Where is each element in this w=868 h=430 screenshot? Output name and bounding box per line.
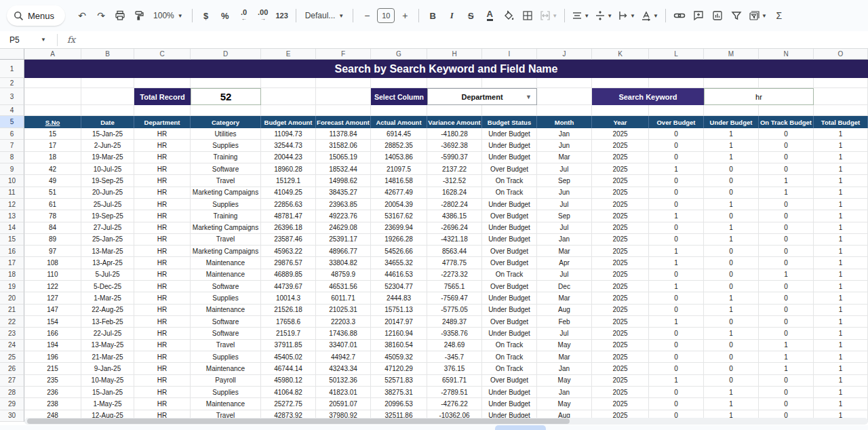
- table-cell[interactable]: 15: [24, 128, 81, 140]
- table-cell[interactable]: 2025: [592, 140, 649, 151]
- table-cell[interactable]: 2025: [592, 316, 649, 328]
- table-cell[interactable]: Aug: [537, 305, 592, 316]
- table-cell[interactable]: Software: [191, 316, 261, 328]
- table-cell[interactable]: Travel: [191, 340, 261, 351]
- column-header-J[interactable]: J: [537, 49, 592, 60]
- table-cell[interactable]: 52304.77: [371, 281, 427, 292]
- table-cell[interactable]: 29876.57: [261, 257, 316, 269]
- table-cell[interactable]: 0: [649, 269, 704, 281]
- table-cell[interactable]: 0: [759, 398, 814, 410]
- table-cell[interactable]: Under Budget: [482, 140, 537, 151]
- table-cell[interactable]: Feb: [537, 316, 592, 328]
- table-cell[interactable]: 1: [814, 328, 868, 339]
- vertical-align-button[interactable]: ▼: [593, 7, 614, 24]
- table-cell[interactable]: 1: [814, 222, 868, 234]
- table-cell[interactable]: 1: [759, 351, 814, 363]
- table-cell[interactable]: 17658.6: [261, 316, 316, 328]
- table-cell[interactable]: Supplies: [191, 292, 261, 304]
- empty-cell[interactable]: [482, 78, 537, 88]
- table-cell[interactable]: HR: [134, 210, 191, 222]
- table-cell[interactable]: 0: [759, 328, 814, 339]
- table-cell[interactable]: Maintenance: [191, 363, 261, 374]
- table-cell[interactable]: Under Budget: [482, 199, 537, 210]
- table-cell[interactable]: 0: [704, 340, 759, 351]
- table-cell[interactable]: 20054.39: [371, 199, 427, 210]
- row-header-6[interactable]: 6: [0, 128, 24, 140]
- table-cell[interactable]: 1: [814, 316, 868, 328]
- row-header-4[interactable]: 4: [0, 105, 24, 116]
- table-cell[interactable]: 0: [759, 257, 814, 269]
- table-cell[interactable]: 49223.76: [316, 210, 371, 222]
- table-cell[interactable]: 22-Aug-25: [81, 305, 134, 316]
- row-header-27[interactable]: 27: [0, 375, 24, 387]
- insert-link-button[interactable]: [671, 7, 688, 24]
- table-cell[interactable]: Training: [191, 210, 261, 222]
- table-cell[interactable]: Supplies: [191, 351, 261, 363]
- total-record-value[interactable]: 52: [191, 88, 261, 105]
- font-size-input[interactable]: 10: [377, 8, 395, 23]
- table-cell[interactable]: HR: [134, 257, 191, 269]
- table-cell[interactable]: 0: [759, 387, 814, 398]
- table-cell[interactable]: Travel: [191, 234, 261, 246]
- table-cell[interactable]: HR: [134, 234, 191, 246]
- empty-cell[interactable]: [649, 78, 704, 88]
- empty-cell[interactable]: [316, 105, 371, 116]
- table-cell[interactable]: Payroll: [191, 375, 261, 387]
- row-header-2[interactable]: 2: [0, 78, 24, 88]
- table-cell[interactable]: 0: [704, 187, 759, 199]
- table-cell[interactable]: 45963.22: [261, 246, 316, 257]
- table-cell[interactable]: On Track: [482, 175, 537, 187]
- table-cell[interactable]: 22856.63: [261, 199, 316, 210]
- row-header-26[interactable]: 26: [0, 363, 24, 374]
- table-cell[interactable]: 45059.32: [371, 351, 427, 363]
- table-cell[interactable]: 89: [24, 234, 81, 246]
- column-header-G[interactable]: G: [371, 49, 427, 60]
- empty-cell[interactable]: [592, 105, 649, 116]
- row-header-14[interactable]: 14: [0, 222, 24, 234]
- table-cell[interactable]: Jun: [537, 187, 592, 199]
- table-header-cell[interactable]: S.No: [24, 116, 81, 128]
- zoom-select[interactable]: 100%▼: [149, 7, 187, 24]
- row-header-15[interactable]: 15: [0, 234, 24, 246]
- table-cell[interactable]: 41049.25: [261, 187, 316, 199]
- table-cell[interactable]: 0: [649, 328, 704, 339]
- table-cell[interactable]: 0: [759, 305, 814, 316]
- sheet-title-cell[interactable]: Search by Search Keyword and Field Name: [24, 60, 868, 78]
- table-cell[interactable]: 11378.84: [316, 128, 371, 140]
- table-cell[interactable]: 2025: [592, 281, 649, 292]
- table-header-cell[interactable]: Date: [81, 116, 134, 128]
- table-cell[interactable]: 1: [704, 152, 759, 163]
- table-cell[interactable]: 38435.27: [316, 187, 371, 199]
- empty-cell[interactable]: [81, 105, 134, 116]
- table-cell[interactable]: 26396.18: [261, 222, 316, 234]
- table-cell[interactable]: 25391.17: [316, 234, 371, 246]
- table-cell[interactable]: Dec: [537, 281, 592, 292]
- table-cell[interactable]: 2025: [592, 305, 649, 316]
- column-header-I[interactable]: I: [482, 49, 537, 60]
- column-header-F[interactable]: F: [316, 49, 371, 60]
- insert-chart-button[interactable]: [709, 7, 726, 24]
- table-cell[interactable]: -2696.24: [427, 222, 482, 234]
- table-cell[interactable]: Under Budget: [482, 305, 537, 316]
- undo-button[interactable]: ↶: [73, 7, 91, 24]
- table-cell[interactable]: 14053.86: [371, 152, 427, 163]
- table-cell[interactable]: 34655.32: [371, 257, 427, 269]
- table-cell[interactable]: 2025: [592, 351, 649, 363]
- table-cell[interactable]: 0: [649, 140, 704, 151]
- table-cell[interactable]: Maintenance: [191, 269, 261, 281]
- table-cell[interactable]: 1: [704, 234, 759, 246]
- table-cell[interactable]: 5-Dec-25: [81, 281, 134, 292]
- table-cell[interactable]: 23587.46: [261, 234, 316, 246]
- row-header-3[interactable]: 3: [0, 88, 24, 105]
- column-header-E[interactable]: E: [261, 49, 316, 60]
- table-cell[interactable]: 376.15: [427, 363, 482, 374]
- table-cell[interactable]: -3692.38: [427, 140, 482, 151]
- table-cell[interactable]: 97: [24, 246, 81, 257]
- empty-cell[interactable]: [427, 105, 482, 116]
- table-cell[interactable]: May: [537, 340, 592, 351]
- merge-cells-button[interactable]: ▼: [538, 7, 559, 24]
- table-cell[interactable]: 61: [24, 199, 81, 210]
- table-cell[interactable]: 1: [814, 387, 868, 398]
- table-cell[interactable]: Under Budget: [482, 152, 537, 163]
- empty-cell[interactable]: [704, 105, 759, 116]
